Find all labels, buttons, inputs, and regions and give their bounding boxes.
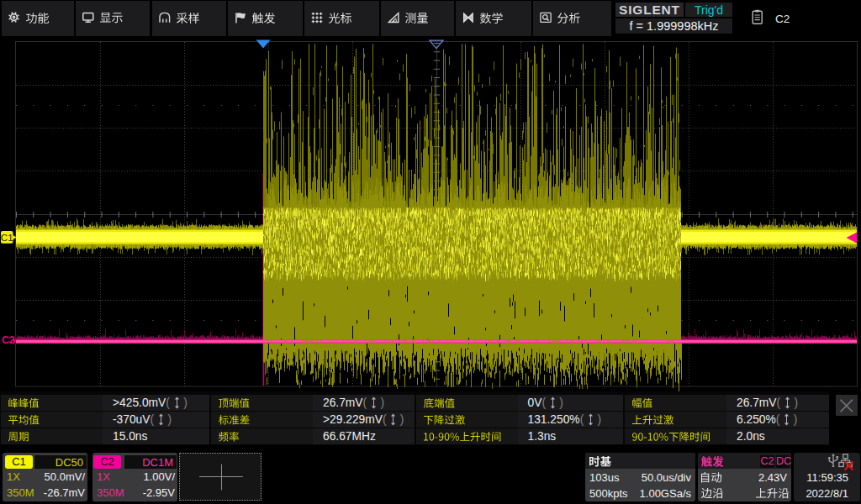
svg-text:C1: C1 — [1, 233, 13, 243]
